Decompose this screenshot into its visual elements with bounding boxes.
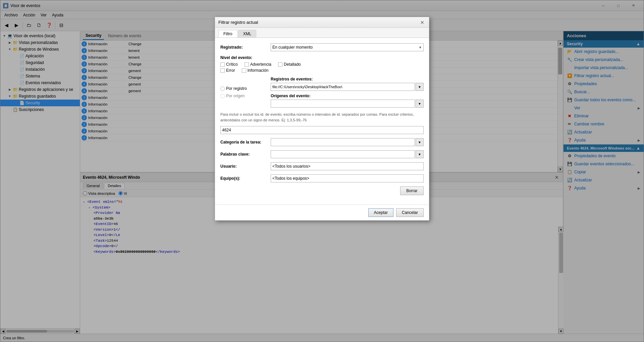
radio-por-origen[interactable]: Por origen	[220, 94, 271, 98]
origenes-label: Orígenes del evento:	[271, 94, 424, 98]
event-id-input[interactable]	[220, 126, 424, 134]
palabras-label: Palabras clave:	[220, 152, 271, 157]
usuario-input[interactable]	[271, 162, 424, 170]
registrado-select-box[interactable]: En cualquier momento ▼	[271, 43, 424, 51]
form-row-registro-origen: Por registro Por origen Registros de eve…	[220, 77, 424, 108]
cb-detallado[interactable]: Detallado	[278, 62, 301, 67]
dialog-body: Registrado: En cualquier momento ▼ Nivel…	[215, 38, 429, 203]
equipo-control	[271, 174, 424, 182]
form-row-nivel: Nivel del evento: Crítico Advertencia De…	[220, 55, 424, 73]
registrado-select[interactable]: En cualquier momento ▼	[271, 43, 424, 51]
nivel-checkboxes-row2: Error Información	[220, 68, 268, 73]
cb-error-box[interactable]	[220, 68, 225, 73]
cb-informacion-box[interactable]	[242, 68, 246, 73]
cb-critico-box[interactable]	[220, 62, 225, 67]
categoria-input[interactable]	[271, 138, 415, 146]
cb-advertencia-box[interactable]	[245, 62, 249, 67]
filter-dialog: Filtrar registro actual ✕ Filtro XML Reg…	[215, 17, 429, 221]
dialog-tab-xml[interactable]: XML	[238, 30, 257, 38]
registrado-value: En cualquier momento	[272, 45, 313, 50]
radio-por-origen-box[interactable]	[220, 94, 225, 98]
categoria-control: ▼	[271, 138, 424, 146]
cb-detallado-box[interactable]	[278, 62, 282, 67]
cb-error[interactable]: Error	[220, 68, 235, 73]
origenes-input[interactable]	[271, 100, 415, 108]
radio-por-origen-label: Por origen	[226, 94, 245, 98]
cb-critico[interactable]: Crítico	[220, 62, 238, 67]
palabras-input[interactable]	[271, 150, 415, 158]
cb-advertencia-label: Advertencia	[250, 62, 271, 67]
palabras-control: ▼	[271, 150, 424, 158]
borrar-row: Borrar	[220, 186, 424, 195]
form-row-palabras: Palabras clave: ▼	[220, 150, 424, 158]
radio-por-registro[interactable]: Por registro	[220, 86, 271, 91]
cb-detallado-label: Detallado	[284, 62, 301, 67]
dialog-tabs: Filtro XML	[215, 28, 429, 38]
usuario-control	[271, 162, 424, 170]
registros-eventos-label: Registros de eventos:	[271, 77, 424, 81]
radio-por-registro-label: Por registro	[226, 86, 247, 91]
equipo-input[interactable]	[271, 174, 424, 182]
radio-por-registro-box[interactable]	[220, 87, 225, 91]
registros-eventos-col: Registros de eventos: ▼ Orígenes del eve…	[271, 77, 424, 108]
palabras-input-group: ▼	[271, 150, 424, 158]
borrar-button[interactable]: Borrar	[400, 186, 424, 195]
cb-informacion[interactable]: Información	[242, 68, 269, 73]
registros-eventos-input-group: ▼	[271, 83, 424, 91]
palabras-dropdown-btn[interactable]: ▼	[416, 150, 424, 158]
categoria-dropdown-btn[interactable]: ▼	[416, 138, 424, 146]
radio-options: Por registro Por origen	[220, 86, 271, 98]
dialog-footer: Aceptar Cancelar	[215, 205, 429, 220]
dialog-title-bar: Filtrar registro actual ✕	[215, 17, 429, 28]
registrado-dropdown-arrow: ▼	[419, 46, 422, 49]
form-row-registrado: Registrado: En cualquier momento ▼	[220, 43, 424, 51]
origenes-dropdown-btn[interactable]: ▼	[416, 100, 424, 108]
dialog-overlay: Filtrar registro actual ✕ Filtro XML Reg…	[0, 0, 644, 342]
usuario-label: Usuario:	[220, 164, 271, 169]
categoria-label: Categoría de la tarea:	[220, 140, 271, 145]
nivel-checkboxes: Crítico Advertencia Detallado	[220, 62, 301, 67]
event-id-row	[220, 126, 424, 134]
registrado-label: Registrado:	[220, 45, 271, 50]
form-row-categoria: Categoría de la tarea: ▼	[220, 138, 424, 146]
hint-text: Para incluir o excluir los id. de evento…	[220, 112, 424, 123]
form-row-equipo: Equipo(s):	[220, 174, 424, 182]
cb-critico-label: Crítico	[226, 62, 238, 67]
aceptar-button[interactable]: Aceptar	[368, 208, 393, 217]
cb-error-label: Error	[226, 68, 235, 73]
dialog-title: Filtrar registro actual	[218, 20, 258, 25]
form-row-usuario: Usuario:	[220, 162, 424, 170]
equipo-label: Equipo(s):	[220, 176, 271, 181]
origenes-input-group: ▼	[271, 100, 424, 108]
dialog-tab-filtro[interactable]: Filtro	[218, 30, 237, 38]
registros-eventos-input[interactable]	[271, 83, 415, 91]
dialog-close-button[interactable]: ✕	[419, 19, 426, 26]
cancelar-button[interactable]: Cancelar	[396, 208, 424, 217]
cb-informacion-label: Información	[248, 68, 269, 73]
nivel-label: Nivel del evento:	[220, 55, 271, 60]
cb-advertencia[interactable]: Advertencia	[245, 62, 271, 67]
categoria-input-group: ▼	[271, 138, 424, 146]
registros-eventos-dropdown-btn[interactable]: ▼	[416, 83, 424, 91]
